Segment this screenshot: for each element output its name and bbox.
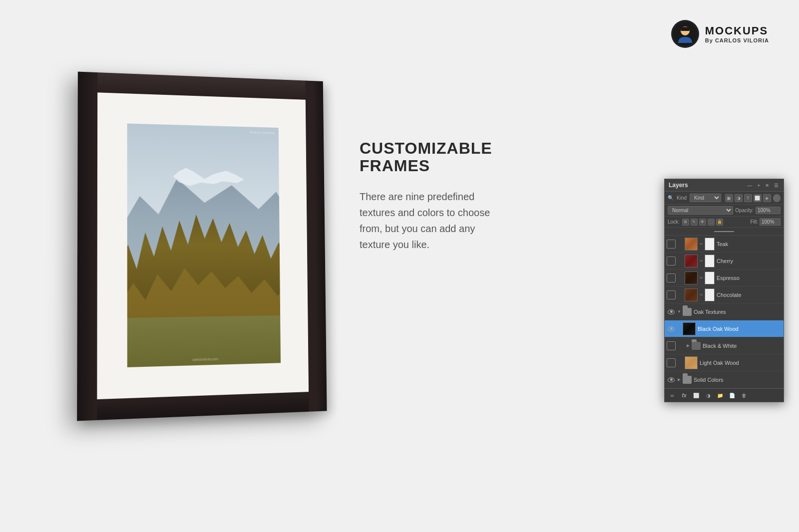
eye-dot: [670, 310, 673, 313]
eye-empty-icon: [677, 242, 684, 247]
panel-titlebar: Layers — + ✕ ☰: [665, 179, 784, 192]
eye-icon: [668, 326, 675, 331]
chocolate-checkbox[interactable]: [667, 290, 676, 299]
black-white-checkbox[interactable]: [667, 341, 676, 350]
eye-empty-icon: [677, 343, 684, 348]
layer-row-light-oak[interactable]: Light Oak Wood: [665, 354, 784, 371]
eye-dot: [670, 378, 673, 381]
chocolate-mask: [705, 288, 715, 301]
solid-colors-visibility[interactable]: [667, 375, 676, 384]
black-white-visibility[interactable]: [676, 341, 685, 350]
fx-btn[interactable]: fx: [680, 391, 689, 400]
lock-brush-icon[interactable]: ✎: [691, 219, 698, 226]
black-oak-thumb-container: [683, 322, 696, 335]
lock-all-icon[interactable]: 🔒: [716, 219, 723, 226]
cherry-visibility[interactable]: [676, 257, 685, 266]
layer-row-black-oak[interactable]: Black Oak Wood: [665, 320, 784, 337]
filter-pixel-icon[interactable]: ▣: [725, 194, 733, 202]
adjustment-btn[interactable]: ◑: [704, 391, 713, 400]
espresso-visibility[interactable]: [676, 273, 685, 282]
solid-colors-label: Solid Colors: [694, 377, 723, 383]
chocolate-thumb: [685, 288, 698, 301]
picture-frame: Photo by stocksnap carlosviloria.com: [77, 72, 327, 421]
eye-dot: [670, 327, 673, 330]
espresso-thumb: [685, 271, 698, 284]
link-layers-btn[interactable]: ∞: [668, 391, 677, 400]
panel-controls[interactable]: — + ✕ ☰: [746, 183, 780, 188]
light-oak-thumb: [685, 356, 698, 369]
layer-row-oak-textures[interactable]: ▼ Oak Textures: [665, 303, 784, 320]
lock-label: Lock:: [668, 219, 680, 225]
photo-area: Photo by stocksnap carlosviloria.com: [127, 123, 281, 367]
lock-move-icon[interactable]: ✥: [699, 219, 706, 226]
solid-colors-expand[interactable]: ▶: [676, 376, 683, 383]
fill-label: Fill:: [750, 219, 758, 225]
lock-artboard-icon[interactable]: ⬚: [708, 219, 715, 226]
teak-thumb-container: ∞: [685, 238, 715, 251]
blend-mode-dropdown[interactable]: Normal: [668, 206, 733, 215]
espresso-link-icon: ∞: [699, 275, 704, 280]
oak-textures-folder-icon: [683, 308, 692, 316]
content-body: There are nine predefined textures and c…: [360, 189, 499, 253]
photo-inner: Photo by stocksnap carlosviloria.com: [127, 123, 281, 367]
teak-visibility[interactable]: [676, 240, 685, 249]
panel-bottom-toolbar: ∞ fx ⬜ ◑ 📁 📄 🗑: [665, 388, 784, 402]
black-oak-visibility[interactable]: [667, 324, 676, 333]
opacity-label: Opacity:: [735, 208, 754, 213]
black-oak-thumb: [683, 322, 696, 335]
mat-board: Photo by stocksnap carlosviloria.com: [97, 92, 309, 399]
layer-row-chocolate[interactable]: ∞ Chocolate: [665, 286, 784, 303]
filter-adjust-icon[interactable]: ◑: [735, 194, 743, 202]
blend-row: Normal Opacity:: [665, 205, 784, 217]
layer-row-black-white[interactable]: ▶ Black & White: [665, 337, 784, 354]
panel-menu-btn[interactable]: ☰: [773, 183, 780, 188]
filter-dropdown[interactable]: Kind: [690, 194, 721, 202]
light-oak-visibility[interactable]: [676, 358, 685, 367]
chocolate-visibility[interactable]: [676, 290, 685, 299]
panel-minimize-btn[interactable]: —: [746, 183, 753, 188]
fill-input[interactable]: [760, 218, 781, 226]
layer-row-solid-colors[interactable]: ▶ Solid Colors: [665, 371, 784, 388]
filter-smart-icon[interactable]: ◈: [763, 194, 771, 202]
frame-area: Photo by stocksnap carlosviloria.com: [60, 50, 350, 439]
black-white-label: Black & White: [703, 343, 737, 349]
filter-shape-icon[interactable]: ⬜: [754, 194, 762, 202]
layer-row-espresso[interactable]: ∞ Espresso: [665, 269, 784, 286]
layer-row-cherry[interactable]: ∞ Cherry: [665, 253, 784, 269]
cherry-mask: [705, 255, 715, 267]
brand-text: MOCKUPS By CARLOS VILORIA: [705, 24, 769, 43]
teak-link-icon: ∞: [699, 242, 704, 246]
chocolate-label: Chocolate: [717, 292, 742, 298]
cherry-label: Cherry: [717, 258, 733, 264]
cherry-checkbox[interactable]: [667, 257, 676, 266]
chocolate-link-icon: ∞: [699, 292, 704, 297]
delete-layer-btn[interactable]: 🗑: [740, 391, 749, 400]
scroll-indicator: [665, 228, 784, 236]
filter-label: 🔍: [668, 195, 674, 201]
oak-textures-label: Oak Textures: [694, 309, 726, 315]
black-white-expand[interactable]: ▶: [685, 342, 692, 349]
new-group-btn[interactable]: 📁: [716, 391, 725, 400]
cherry-thumb-container: ∞: [685, 255, 715, 267]
frame-outer: Photo by stocksnap carlosviloria.com: [77, 72, 327, 421]
light-oak-label: Light Oak Wood: [700, 360, 739, 366]
oak-textures-visibility[interactable]: [667, 307, 676, 316]
layer-row-teak[interactable]: ∞ Teak: [665, 236, 784, 253]
lock-row: Lock: ⊞ ✎ ✥ ⬚ 🔒 Fill:: [665, 217, 784, 228]
panel-expand-btn[interactable]: +: [756, 183, 761, 188]
opacity-input[interactable]: [756, 207, 781, 214]
oak-textures-expand[interactable]: ▼: [676, 308, 683, 315]
panel-close-btn[interactable]: ✕: [764, 183, 770, 188]
new-layer-btn[interactable]: 📄: [728, 391, 737, 400]
filter-kind-label: Kind: [677, 195, 687, 201]
add-mask-btn[interactable]: ⬜: [692, 391, 701, 400]
filter-toggle[interactable]: [773, 194, 781, 202]
black-oak-label: Black Oak Wood: [698, 326, 739, 332]
light-oak-checkbox[interactable]: [667, 358, 676, 367]
espresso-checkbox[interactable]: [667, 273, 676, 282]
filter-type-icon[interactable]: T: [744, 194, 752, 202]
frame-right: [305, 81, 327, 412]
lock-checkerboard-icon[interactable]: ⊞: [682, 219, 689, 226]
brand-logo: MOCKUPS By CARLOS VILORIA: [671, 20, 769, 48]
teak-checkbox[interactable]: [667, 240, 676, 249]
